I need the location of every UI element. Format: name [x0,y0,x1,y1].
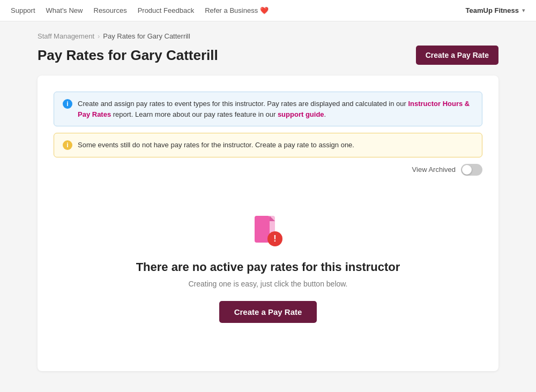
nav-resources[interactable]: Resources [94,6,127,14]
breadcrumb-parent[interactable]: Staff Management [38,32,94,40]
info-banner-yellow: i Some events still do not have pay rate… [54,133,482,157]
svg-text:!: ! [273,234,276,243]
banner-yellow-text: Some events still do not have pay rates … [78,140,354,150]
brand-area: TeamUp Fitness ▾ [466,6,525,14]
breadcrumb: Staff Management › Pay Rates for Gary Ca… [38,32,498,40]
empty-state-subtitle: Creating one is easy, just click the but… [188,280,347,288]
toggle-row: View Archived [54,164,482,176]
breadcrumb-current: Pay Rates for Gary Catterrill [103,32,190,40]
create-pay-rate-header-button[interactable]: Create a Pay Rate [416,46,498,65]
info-banner-blue: i Create and assign pay rates to event t… [54,92,482,126]
nav-product-feedback[interactable]: Product Feedback [138,6,195,14]
info-icon-blue: i [63,99,72,109]
page-header: Pay Rates for Gary Catterill Create a Pa… [38,46,498,65]
nav-refer: Refer a Business ❤️ [205,6,269,14]
banner-blue-text: Create and assign pay rates to event typ… [78,99,473,119]
nav-whats-new[interactable]: What's New [46,6,83,14]
empty-state-icon: ! [249,213,287,251]
create-pay-rate-center-button[interactable]: Create a Pay Rate [219,301,317,323]
brand-chevron[interactable]: ▾ [522,7,525,14]
toggle-knob [462,165,472,175]
main-card: i Create and assign pay rates to event t… [38,76,498,371]
nav-support[interactable]: Support [11,6,35,14]
info-icon-yellow: i [63,140,72,150]
empty-state-title: There are no active pay rates for this i… [136,260,400,274]
view-archived-toggle[interactable] [461,164,482,176]
page-title: Pay Rates for Gary Catterill [38,47,218,64]
breadcrumb-separator: › [98,32,100,40]
svg-rect-1 [255,216,270,243]
nav-links: Support What's New Resources Product Fee… [11,6,269,14]
support-guide-link[interactable]: support guide [278,110,324,118]
brand-name: TeamUp Fitness [466,6,519,14]
view-archived-label: View Archived [412,165,456,174]
main-content: Staff Management › Pay Rates for Gary Ca… [27,21,509,392]
empty-state: ! There are no active pay rates for this… [54,192,482,355]
top-nav: Support What's New Resources Product Fee… [0,0,536,21]
